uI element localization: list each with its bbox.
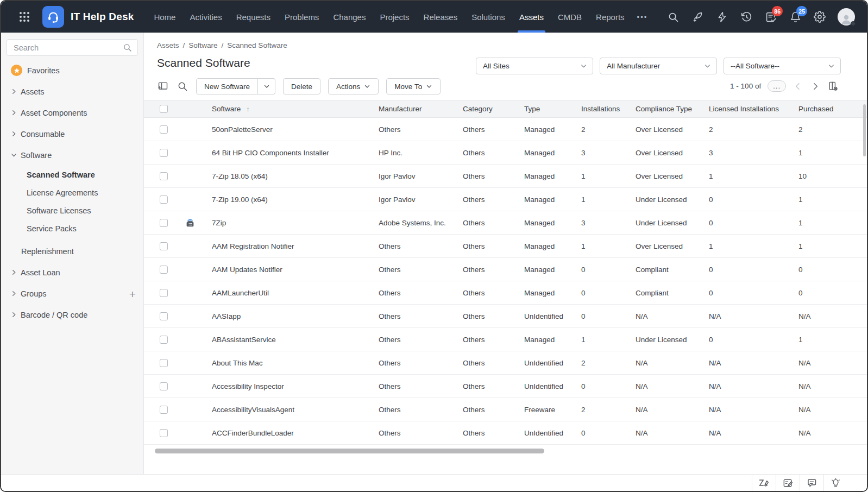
nav-item-requests[interactable]: Requests	[229, 1, 278, 33]
prev-page-icon[interactable]	[792, 81, 803, 92]
table-row-abassistantservice[interactable]: ABAssistantService Others Others Managed…	[144, 328, 867, 351]
column-header-manufacturer[interactable]: Manufacturer	[379, 105, 463, 113]
sidebar-item-replenishment[interactable]: Replenishment	[1, 241, 143, 262]
table-row-aasiapp[interactable]: AASIapp Others Others UnIdentified 0 N/A…	[144, 305, 867, 328]
approvals-icon[interactable]: 86	[764, 10, 777, 23]
row-checkbox[interactable]	[160, 125, 168, 134]
column-header-software[interactable]: Software ↑	[212, 105, 379, 113]
history-icon[interactable]	[740, 10, 753, 23]
row-checkbox[interactable]	[160, 312, 168, 320]
sidebar-item-groups[interactable]: Groups +	[1, 283, 143, 304]
column-header-installations[interactable]: Installations	[581, 105, 636, 113]
sidebar-item-assets[interactable]: Assets	[1, 81, 143, 102]
cell-software[interactable]: ABAssistantService	[212, 336, 379, 344]
nav-item-cmdb[interactable]: CMDB	[551, 1, 589, 33]
table-row-accessibility-inspector[interactable]: Accessibility Inspector Others Others Un…	[144, 375, 867, 398]
pagination-count-button[interactable]: ...	[768, 80, 786, 92]
cell-software[interactable]: AAMLauncherUtil	[212, 289, 379, 297]
cell-software[interactable]: 7-Zip 18.05 (x64)	[212, 172, 379, 180]
nav-item-releases[interactable]: Releases	[417, 1, 465, 33]
cell-software[interactable]: 50onPaletteServer	[212, 125, 379, 134]
sidebar-item-scanned-software[interactable]: Scanned Software	[1, 166, 143, 184]
sidebar-item-consumable[interactable]: Consumable	[1, 123, 143, 144]
column-settings-icon[interactable]	[827, 81, 838, 92]
cell-software[interactable]: AAM Updates Notifier	[212, 266, 379, 274]
column-header-type[interactable]: Type	[524, 105, 581, 113]
delete-button[interactable]: Delete	[283, 78, 320, 94]
move-to-button[interactable]: Move To	[386, 78, 441, 94]
row-checkbox[interactable]	[160, 149, 168, 157]
new-software-caret[interactable]	[258, 78, 275, 94]
new-software-button[interactable]: New Software	[196, 78, 258, 94]
cell-software[interactable]: AAM Registration Notifier	[212, 242, 379, 250]
column-header-licensed-installations[interactable]: Licensed Installations	[709, 105, 798, 113]
table-row-accessibilityvisualsagent[interactable]: AccessibilityVisualsAgent Others Others …	[144, 398, 867, 421]
row-checkbox[interactable]	[160, 172, 168, 180]
sidebar-search-input[interactable]	[7, 43, 123, 52]
table-row-7zip[interactable]: 7Zip Adobe Systems, Inc. Others Managed …	[144, 211, 867, 235]
table-row-aamlauncherutil[interactable]: AAMLauncherUtil Others Others Managed 0 …	[144, 281, 867, 305]
customize-columns-icon[interactable]	[157, 80, 169, 92]
cell-software[interactable]: AccessibilityVisualsAgent	[212, 406, 379, 414]
column-header-category[interactable]: Category	[463, 105, 524, 113]
nav-item-problems[interactable]: Problems	[278, 1, 326, 33]
table-row-aam-updates-notifier[interactable]: AAM Updates Notifier Others Others Manag…	[144, 258, 867, 281]
table-row-7-zip-18-05-x64[interactable]: 7-Zip 18.05 (x64) Igor Pavlov Others Man…	[144, 165, 867, 188]
cell-software[interactable]: 7Zip	[212, 219, 379, 227]
cell-software[interactable]: Accessibility Inspector	[212, 382, 379, 390]
site-filter-dropdown[interactable]: All Sites	[476, 58, 593, 74]
row-checkbox[interactable]	[160, 195, 168, 204]
sidebar-item-asset-components[interactable]: Asset Components	[1, 102, 143, 123]
notifications-bell-icon[interactable]: 25	[789, 10, 802, 23]
table-row-aam-registration-notifier[interactable]: AAM Registration Notifier Others Others …	[144, 235, 867, 258]
nav-item-projects[interactable]: Projects	[373, 1, 416, 33]
zia-assistant-icon[interactable]	[752, 475, 776, 491]
add-group-icon[interactable]: +	[129, 288, 136, 299]
table-row-50onpaletteserver[interactable]: 50onPaletteServer Others Others Managed …	[144, 118, 867, 141]
app-launcher-icon[interactable]	[17, 10, 32, 24]
row-checkbox[interactable]	[160, 266, 168, 274]
cell-software[interactable]: About This Mac	[212, 359, 379, 367]
chat-icon[interactable]	[800, 475, 823, 491]
table-row-accfinderbundleloader[interactable]: ACCFinderBundleLoader Others Others UnId…	[144, 421, 867, 445]
sidebar-item-favorites[interactable]: Favorites	[1, 60, 143, 81]
nav-more-menu[interactable]: •••	[632, 13, 653, 21]
sidebar-item-service-packs[interactable]: Service Packs	[1, 219, 143, 237]
nav-item-home[interactable]: Home	[147, 1, 183, 33]
vertical-scrollbar[interactable]	[863, 104, 866, 156]
cell-software[interactable]: 64 Bit HP CIO Components Installer	[212, 149, 379, 157]
cell-software[interactable]: AASIapp	[212, 312, 379, 320]
nav-item-changes[interactable]: Changes	[326, 1, 373, 33]
list-search-icon[interactable]	[177, 80, 188, 92]
sidebar-item-software[interactable]: Software	[1, 144, 143, 166]
nav-item-reports[interactable]: Reports	[589, 1, 632, 33]
next-page-icon[interactable]	[810, 81, 821, 92]
table-row-7-zip-19-00-x64[interactable]: 7-Zip 19.00 (x64) Igor Pavlov Others Man…	[144, 188, 867, 211]
global-search-icon[interactable]	[666, 10, 680, 23]
sidebar-search[interactable]	[7, 39, 138, 56]
row-checkbox[interactable]	[160, 219, 168, 227]
cell-software[interactable]: ACCFinderBundleLoader	[212, 429, 379, 437]
table-row-64-bit-hp-cio-components-installer[interactable]: 64 Bit HP CIO Components Installer HP In…	[144, 141, 867, 165]
manufacturer-filter-dropdown[interactable]: All Manufacturer	[600, 58, 717, 74]
table-row-about-this-mac[interactable]: About This Mac Others Others UnIdentifie…	[144, 351, 867, 375]
sidebar-item-license-agreements[interactable]: License Agreements	[1, 184, 143, 201]
quick-actions-zap-icon[interactable]	[715, 10, 728, 23]
software-filter-dropdown[interactable]: --All Software--	[724, 58, 841, 74]
actions-button[interactable]: Actions	[328, 78, 379, 94]
horizontal-scrollbar[interactable]	[155, 449, 544, 453]
sidebar-item-asset-loan[interactable]: Asset Loan	[1, 262, 143, 283]
sidebar-item-barcode-qr-code[interactable]: Barcode / QR code	[1, 304, 143, 325]
sidebar-item-software-licenses[interactable]: Software Licenses	[1, 201, 143, 219]
row-checkbox[interactable]	[160, 382, 168, 390]
select-all-checkbox[interactable]	[160, 105, 168, 113]
nav-item-solutions[interactable]: Solutions	[464, 1, 512, 33]
row-checkbox[interactable]	[160, 429, 168, 437]
helpdesk-logo[interactable]	[42, 6, 64, 28]
breadcrumb-software[interactable]: Software	[188, 41, 217, 49]
suggestions-bulb-icon[interactable]	[823, 475, 847, 491]
breadcrumb-assets[interactable]: Assets	[157, 41, 179, 49]
quick-create-icon[interactable]	[691, 10, 704, 23]
row-checkbox[interactable]	[160, 336, 168, 344]
row-checkbox[interactable]	[160, 242, 168, 250]
